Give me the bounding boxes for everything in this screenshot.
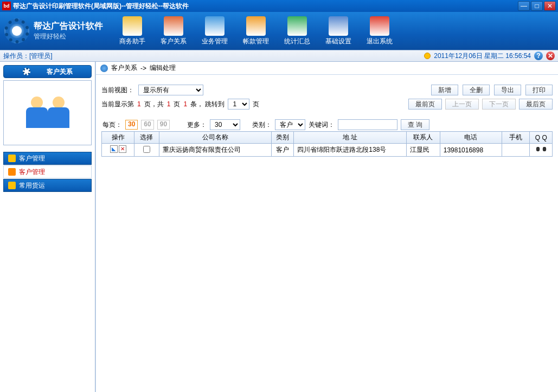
nav-icon — [8, 155, 16, 162]
col-0[interactable]: 操作 — [102, 132, 134, 144]
cell-contact: 江显民 — [406, 144, 440, 157]
delete-all-button[interactable]: 全删 — [463, 85, 490, 95]
window-title: 帮达广告设计印刷管理软件(局域网版)--管理好轻松--帮达软件 — [13, 2, 518, 11]
toolbar-icon — [123, 16, 142, 36]
search-button[interactable]: 查 询 — [401, 119, 429, 130]
sidebar-item-常用货运[interactable]: 常用货运 — [3, 179, 92, 192]
exit-icon[interactable]: ✕ — [546, 52, 555, 60]
qq-icon[interactable] — [541, 145, 548, 153]
col-6[interactable]: 电话 — [440, 132, 502, 144]
nav-label: 客户管理 — [19, 168, 45, 177]
table-row: 重庆远扬商贸有限责任公司客户四川省绵阳市跃进路北段138号江显民13981016… — [102, 144, 553, 157]
minimize-button[interactable]: — — [518, 1, 530, 11]
pager-current-page: 1 — [137, 100, 141, 108]
breadcrumb-arrow: -> — [140, 65, 146, 72]
sidebar-item-客户管理[interactable]: 客户管理 — [3, 165, 92, 178]
datetime: 2011年12月06日 星期二 16:56:54 — [434, 52, 531, 61]
toolbar-退出系统[interactable]: 退出系统 — [367, 16, 393, 46]
new-button[interactable]: 新增 — [431, 85, 458, 95]
cell-address: 四川省绵阳市跃进路北段138号 — [294, 144, 406, 157]
toolbar-label: 业务管理 — [202, 37, 228, 46]
category-label: 类别： — [252, 120, 272, 130]
col-7[interactable]: 手机 — [502, 132, 530, 144]
toolbar-统计汇总[interactable]: 统计汇总 — [284, 16, 310, 46]
per-page-30[interactable]: 30 — [125, 120, 138, 130]
per-page-60[interactable]: 60 — [141, 120, 153, 130]
prev-page-button[interactable]: 上一页 — [445, 99, 479, 110]
print-button[interactable]: 打印 — [525, 85, 553, 95]
gear-icon — [23, 68, 30, 75]
nav-icon — [8, 168, 16, 176]
toolbar-帐款管理[interactable]: 帐款管理 — [243, 16, 269, 46]
operator-value: [管理员] — [29, 52, 53, 60]
pager-prefix: 当前显示第 — [101, 100, 134, 109]
col-5[interactable]: 联系人 — [406, 132, 440, 144]
operator-label: 操作员： — [3, 52, 29, 60]
nav-label: 客户管理 — [19, 154, 45, 163]
col-1[interactable]: 选择 — [134, 132, 159, 144]
export-button[interactable]: 导出 — [494, 85, 521, 95]
main-toolbar: 帮达广告设计软件 管理好轻松 商务助手客户关系业务管理帐款管理统计汇总基础设置退… — [0, 12, 558, 50]
more-label: 更多： — [187, 120, 207, 130]
next-page-button[interactable]: 下一页 — [482, 99, 516, 110]
pager-total-pages: 1 — [167, 100, 171, 108]
nav-label: 常用货运 — [19, 181, 45, 190]
keyword-input[interactable] — [338, 119, 397, 130]
toolbar-商务助手[interactable]: 商务助手 — [119, 16, 145, 46]
col-8[interactable]: Q Q — [530, 132, 553, 144]
edit-icon[interactable] — [110, 145, 118, 153]
pager-mid1: 页，共 — [144, 100, 164, 109]
gear-icon — [4, 18, 29, 43]
toolbar-label: 统计汇总 — [284, 37, 310, 46]
toolbar-基础设置[interactable]: 基础设置 — [325, 16, 351, 46]
col-3[interactable]: 类别 — [271, 132, 293, 144]
pager-mid2: 页 — [174, 100, 180, 109]
toolbar-label: 退出系统 — [367, 37, 393, 46]
logo-title: 帮达广告设计软件 — [34, 21, 103, 32]
cell-qq — [530, 144, 553, 157]
cell-company: 重庆远扬商贸有限责任公司 — [159, 144, 271, 157]
delete-icon[interactable] — [119, 145, 126, 153]
sidebar-item-客户管理[interactable]: 客户管理 — [3, 152, 92, 165]
qq-icon[interactable] — [535, 145, 541, 153]
per-page-label: 每页： — [102, 120, 122, 130]
category-select[interactable]: 客户 — [275, 119, 305, 130]
nav-icon — [8, 182, 16, 189]
pager-mid3: 条， 跳转到 — [190, 100, 225, 109]
goto-page-select[interactable]: 1 — [228, 99, 249, 110]
close-button[interactable]: ✕ — [544, 1, 556, 11]
toolbar-icon — [164, 16, 183, 36]
toolbar-icon — [205, 16, 225, 36]
toolbar-业务管理[interactable]: 业务管理 — [202, 16, 228, 46]
maximize-button[interactable]: □ — [531, 1, 543, 11]
toolbar-客户关系[interactable]: 客户关系 — [161, 16, 187, 46]
title-bar: bd 帮达广告设计印刷管理软件(局域网版)--管理好轻松--帮达软件 — □ ✕ — [0, 0, 558, 12]
pager-suffix: 页 — [253, 100, 259, 109]
data-table: 操作选择公司名称类别地 址联系人电话手机Q Q 重庆远扬商贸有限责任公司客户四川… — [101, 131, 553, 157]
person-icon — [48, 97, 69, 129]
per-page-90[interactable]: 90 — [157, 120, 170, 130]
toolbar-label: 客户关系 — [161, 37, 187, 46]
cell-select — [134, 144, 159, 157]
person-icon — [26, 97, 48, 129]
status-bar: 操作员：[管理员] 2011年12月06日 星期二 16:56:54 ? ✕ — [0, 50, 558, 62]
globe-icon — [100, 65, 108, 72]
row-checkbox[interactable] — [143, 146, 150, 153]
pager-total-rows: 1 — [183, 100, 187, 108]
breadcrumb-module: 客户关系 — [111, 63, 137, 73]
cell-mobile — [502, 144, 530, 157]
help-icon[interactable]: ? — [534, 52, 543, 60]
cell-ops — [102, 144, 134, 157]
sidebar-title: 客户关系 — [47, 67, 73, 76]
main-area: 客户关系 客户管理客户管理常用货运 客户关系 -> 编辑处理 当前视图： 显示所… — [0, 62, 558, 392]
current-view-select[interactable]: 显示所有 — [138, 85, 203, 95]
col-4[interactable]: 地 址 — [294, 132, 406, 144]
toolbar-label: 基础设置 — [325, 37, 351, 46]
toolbar-icon — [287, 16, 307, 36]
last-page-button[interactable]: 最后页 — [519, 99, 553, 110]
first-page-button[interactable]: 最前页 — [408, 99, 442, 110]
more-select[interactable]: 30 — [210, 119, 240, 130]
cell-phone: 13981016898 — [440, 144, 502, 157]
col-2[interactable]: 公司名称 — [159, 132, 271, 144]
window-controls: — □ ✕ — [518, 1, 556, 11]
